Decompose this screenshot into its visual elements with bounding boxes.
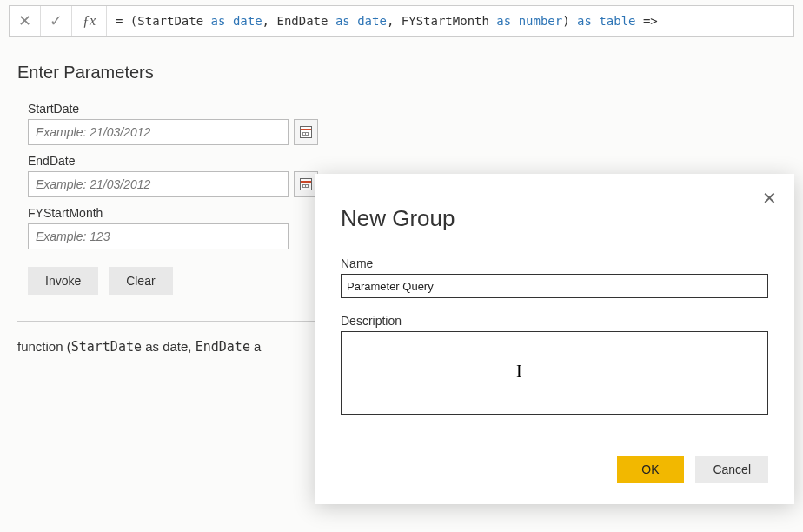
formula-keyword: as table bbox=[577, 14, 635, 28]
enddate-input[interactable] bbox=[28, 171, 289, 197]
name-input[interactable] bbox=[341, 274, 768, 298]
description-label: Description bbox=[341, 314, 768, 328]
formula-token: FYStartMonth bbox=[402, 14, 497, 28]
formula-token: EndDate bbox=[276, 14, 335, 28]
formula-keyword: as date bbox=[211, 14, 262, 28]
calendar-icon bbox=[300, 178, 312, 190]
cancel-button[interactable]: Cancel bbox=[695, 456, 768, 483]
startdate-input[interactable] bbox=[28, 119, 289, 145]
formula-token: = ( bbox=[116, 14, 137, 28]
name-label: Name bbox=[341, 256, 768, 270]
confirm-formula-button[interactable]: ✓ bbox=[41, 6, 72, 36]
startdate-picker-button[interactable] bbox=[294, 119, 318, 145]
startdate-label: StartDate bbox=[28, 102, 786, 116]
formula-token: , bbox=[262, 14, 277, 28]
ok-button[interactable]: OK bbox=[617, 456, 683, 483]
formula-token: => bbox=[636, 14, 658, 28]
formula-input[interactable]: = (StartDate as date, EndDate as date, F… bbox=[107, 14, 793, 28]
cancel-formula-button[interactable]: ✕ bbox=[10, 6, 41, 36]
formula-keyword: as date bbox=[335, 14, 387, 28]
check-icon: ✓ bbox=[50, 11, 63, 30]
close-button[interactable]: ✕ bbox=[762, 188, 777, 209]
formula-token: StartDate bbox=[137, 14, 210, 28]
formula-token: , bbox=[387, 14, 402, 28]
section-title: Enter Parameters bbox=[17, 63, 786, 83]
close-icon: ✕ bbox=[762, 189, 777, 208]
fx-icon: ƒx bbox=[72, 6, 107, 36]
clear-button[interactable]: Clear bbox=[109, 267, 172, 295]
formula-bar: ✕ ✓ ƒx = (StartDate as date, EndDate as … bbox=[9, 5, 794, 37]
fystartmonth-input[interactable] bbox=[28, 223, 289, 249]
new-group-dialog: ✕ New Group Name Description I OK Cancel bbox=[315, 174, 794, 504]
formula-token: ) bbox=[562, 14, 577, 28]
calendar-icon bbox=[300, 126, 312, 138]
dialog-title: New Group bbox=[341, 205, 768, 232]
formula-keyword: as number bbox=[496, 14, 562, 28]
invoke-button[interactable]: Invoke bbox=[28, 267, 98, 295]
enddate-label: EndDate bbox=[28, 154, 786, 168]
description-textarea[interactable] bbox=[341, 331, 768, 415]
x-icon: ✕ bbox=[18, 11, 31, 30]
